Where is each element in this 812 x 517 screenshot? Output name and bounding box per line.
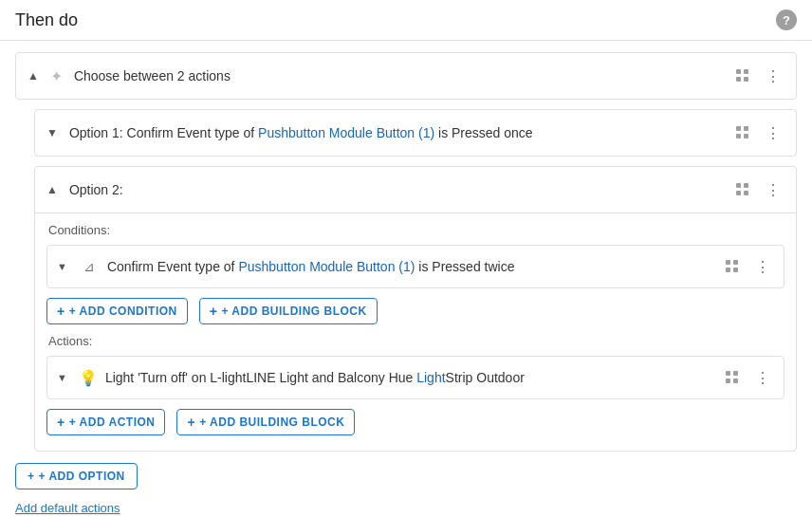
condition-grid-icon: [726, 260, 739, 273]
action-row: ▼ 💡 Light 'Turn off' on L-lightLINE Ligh…: [47, 357, 784, 398]
condition-label: Confirm Event type of Pushbutton Module …: [107, 259, 515, 274]
conditions-label: Conditions:: [46, 223, 784, 237]
option2-more-vert-icon: ⋮: [766, 181, 781, 199]
action-add-buttons: + + ADD ACTION + + ADD BUILDING BLOCK: [46, 409, 784, 435]
choose-actions-card: ▲ ✦ Choose between 2 actions ⋮: [15, 52, 797, 100]
add-condition-plus-icon: +: [57, 304, 65, 319]
chevron-up-icon[interactable]: ▲: [28, 69, 39, 83]
add-option-button[interactable]: + + ADD OPTION: [15, 463, 138, 489]
condition-more-vert-icon: ⋮: [755, 258, 770, 276]
action-label: Light 'Turn off' on L-lightLINE Light an…: [105, 370, 525, 385]
page-title: Then do: [15, 10, 78, 30]
option2-grid-icon: [736, 183, 749, 196]
grid-icon: [736, 69, 749, 83]
action-card: ▼ 💡 Light 'Turn off' on L-lightLINE Ligh…: [46, 356, 784, 399]
add-building-block-label-2: + ADD BUILDING BLOCK: [199, 415, 344, 429]
add-building-block-button-1[interactable]: + + ADD BUILDING BLOCK: [199, 298, 378, 324]
option2-card: ▲ Option 2: ⋮: [34, 166, 797, 452]
add-condition-button[interactable]: + + ADD CONDITION: [46, 298, 188, 324]
option1-grid-icon: [736, 126, 749, 139]
condition-row: ▼ ⊿ Confirm Event type of Pushbutton Mod…: [47, 246, 784, 287]
option2-more-button[interactable]: ⋮: [760, 176, 786, 203]
action-grid-button[interactable]: [719, 364, 746, 391]
condition-type-icon: ⊿: [79, 256, 100, 277]
condition-add-buttons: + + ADD CONDITION + + ADD BUILDING BLOCK: [46, 298, 784, 324]
add-building-block-plus-icon-2: +: [187, 415, 195, 430]
more-options-button[interactable]: ⋮: [760, 63, 786, 89]
condition-grid-button[interactable]: [719, 253, 746, 280]
light-bulb-icon: 💡: [79, 369, 98, 387]
option1-more-vert-icon: ⋮: [766, 124, 781, 142]
add-building-block-button-2[interactable]: + + ADD BUILDING BLOCK: [176, 409, 355, 435]
add-default-actions-link[interactable]: Add default actions: [15, 501, 120, 515]
choose-actions-row: ▲ ✦ Choose between 2 actions ⋮: [16, 53, 796, 99]
help-icon[interactable]: ?: [776, 9, 797, 30]
option2-body: Conditions: ▼ ⊿ Confirm Event type of Pu…: [35, 212, 796, 451]
more-vert-icon: ⋮: [766, 67, 781, 85]
option1-row: ▼ Option 1: Confirm Event type of Pushbu…: [35, 110, 796, 156]
bottom-buttons: + + ADD OPTION: [15, 463, 797, 489]
add-condition-label: + ADD CONDITION: [69, 305, 177, 318]
option1-label: Option 1: Confirm Event type of Pushbutt…: [69, 125, 533, 140]
choose-actions-label: Choose between 2 actions: [74, 68, 231, 83]
option1-chevron-icon[interactable]: ▼: [46, 126, 58, 139]
header: Then do ?: [0, 0, 812, 41]
grid-button[interactable]: [729, 63, 756, 89]
add-action-plus-icon: +: [57, 415, 65, 430]
action-grid-icon: [726, 371, 739, 384]
add-building-block-plus-icon-1: +: [210, 304, 218, 319]
option1-grid-button[interactable]: [729, 120, 756, 146]
condition-card: ▼ ⊿ Confirm Event type of Pushbutton Mod…: [46, 245, 784, 288]
action-more-button[interactable]: ⋮: [749, 364, 776, 391]
add-option-plus-icon: +: [28, 470, 35, 483]
option2-grid-button[interactable]: [729, 176, 756, 203]
option1-more-button[interactable]: ⋮: [760, 120, 786, 146]
option2-chevron-icon[interactable]: ▲: [46, 183, 58, 196]
action-chevron-icon[interactable]: ▼: [57, 372, 67, 383]
option1-card: ▼ Option 1: Confirm Event type of Pushbu…: [34, 109, 797, 157]
actions-label: Actions:: [46, 334, 784, 348]
add-action-label: + ADD ACTION: [69, 415, 156, 429]
add-building-block-label-1: + ADD BUILDING BLOCK: [221, 305, 366, 318]
add-option-label: + ADD OPTION: [39, 470, 125, 483]
add-action-button[interactable]: + + ADD ACTION: [46, 409, 165, 435]
drag-icon[interactable]: ✦: [50, 67, 63, 85]
action-more-vert-icon: ⋮: [755, 369, 770, 387]
condition-more-button[interactable]: ⋮: [749, 253, 776, 280]
option2-row: ▲ Option 2: ⋮: [35, 167, 796, 212]
condition-chevron-icon[interactable]: ▼: [57, 261, 67, 272]
option2-label: Option 2:: [69, 182, 123, 197]
content: ▲ ✦ Choose between 2 actions ⋮: [0, 41, 812, 517]
